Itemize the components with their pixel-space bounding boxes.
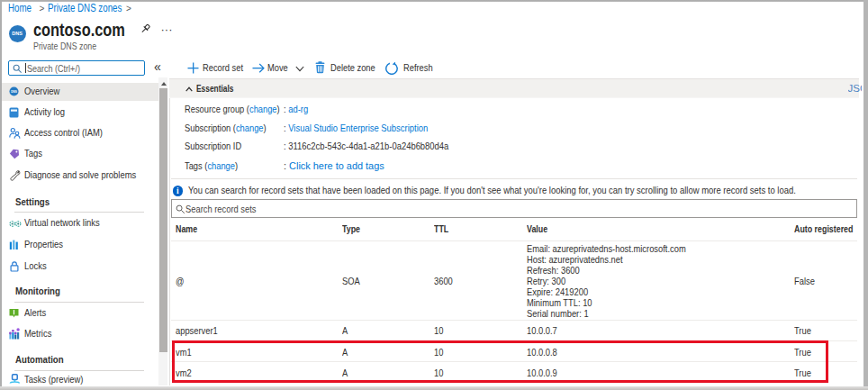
svg-text:DNS: DNS [11,90,17,94]
